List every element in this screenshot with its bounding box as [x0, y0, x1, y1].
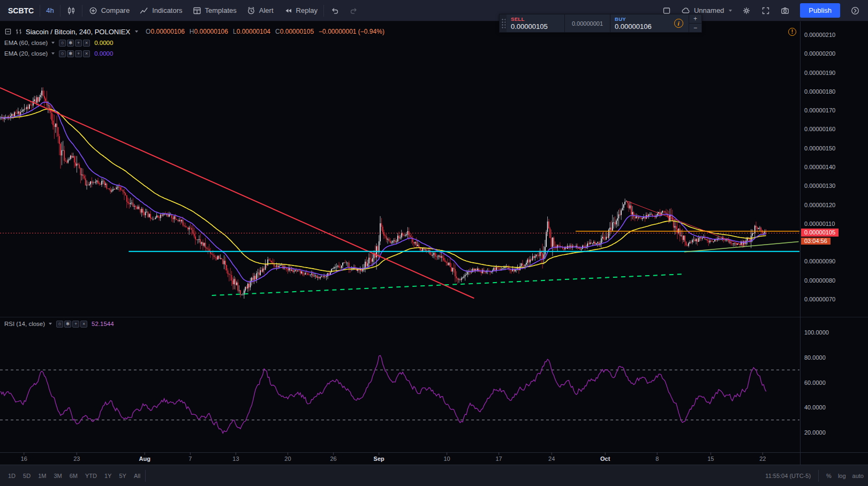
price-axis-label: 0.00000200: [804, 50, 835, 57]
range-button-5y[interactable]: 5Y: [115, 470, 130, 481]
rsi-axis-label: 60.0000: [804, 379, 826, 386]
collapse-legend-icon[interactable]: [4, 28, 12, 35]
ema60-value: 0.0000: [94, 40, 113, 46]
sell-button[interactable]: SELL 0.00000105: [507, 14, 564, 32]
rsi-legend: RSI (14, close) ○✱+× 52.1544: [4, 318, 114, 329]
tradingview-app: SCBTC 4h Compare Indicators Templates Al…: [0, 0, 868, 486]
chevron-down-icon[interactable]: [135, 31, 138, 33]
ema20-line[interactable]: [1, 102, 766, 282]
remove-indicator-icon[interactable]: ×: [80, 321, 87, 328]
interval-button[interactable]: 4h: [41, 3, 58, 18]
add-indicator-icon[interactable]: +: [75, 40, 82, 47]
compare-button[interactable]: Compare: [84, 3, 134, 18]
top-toolbar: SCBTC 4h Compare Indicators Templates Al…: [0, 0, 868, 21]
ohlc-low: L0.00000104: [233, 28, 270, 35]
downtrend-line-oct[interactable]: [627, 201, 745, 247]
indicator-settings-icon[interactable]: ✱: [67, 40, 74, 47]
undo-button[interactable]: [325, 3, 344, 18]
toolbar-separator: [145, 470, 146, 482]
indicator-settings-icon[interactable]: ✱: [67, 50, 74, 57]
quick-menu-button[interactable]: [846, 3, 865, 18]
remove-indicator-icon[interactable]: ×: [83, 50, 90, 57]
time-axis-label: 7: [188, 455, 192, 462]
ema60-line[interactable]: [1, 109, 766, 271]
snapshot-button[interactable]: [775, 3, 795, 18]
range-button-5d[interactable]: 5D: [19, 470, 34, 481]
candles-layer: [0, 87, 766, 299]
data-warning-icon[interactable]: !: [788, 28, 796, 36]
time-axis-label: 15: [707, 455, 714, 462]
fullscreen-icon: [761, 6, 771, 16]
auto-scale-button[interactable]: auto: [852, 473, 864, 479]
range-button-1y[interactable]: 1Y: [101, 470, 115, 481]
order-info-button[interactable]: i: [668, 14, 689, 32]
log-scale-button[interactable]: log: [838, 473, 846, 479]
indicators-button[interactable]: Indicators: [134, 3, 187, 18]
publish-button[interactable]: Publish: [800, 3, 840, 18]
hide-indicator-icon[interactable]: ○: [59, 50, 66, 57]
indicators-label: Indicators: [152, 6, 182, 14]
replay-icon: [283, 6, 293, 16]
chevron-down-icon: [729, 10, 732, 12]
rsi-row[interactable]: RSI (14, close) ○✱+× 52.1544: [4, 318, 114, 329]
percent-scale-button[interactable]: %: [826, 473, 832, 479]
decrease-button[interactable]: −: [689, 23, 701, 32]
bars-style-icon: [15, 28, 22, 35]
ema20-label: EMA (20, close): [4, 50, 48, 57]
rsi-axis-label: 80.0000: [804, 354, 826, 361]
ema60-row[interactable]: EMA (60, close) ○✱+× 0.0000: [4, 37, 384, 48]
hide-indicator-icon[interactable]: ○: [59, 40, 66, 47]
indicators-icon: [139, 6, 149, 16]
ohlc-open: O0.00000106: [146, 28, 185, 35]
ema20-row[interactable]: EMA (20, close) ○✱+× 0.0000: [4, 48, 384, 59]
fullscreen-button[interactable]: [756, 3, 775, 18]
ema20-value: 0.0000: [94, 50, 113, 57]
undo-icon: [330, 6, 339, 16]
replay-button[interactable]: Replay: [278, 3, 322, 18]
range-button-1m[interactable]: 1M: [34, 470, 50, 481]
chevron-down-icon: [51, 42, 55, 44]
chevron-down-icon: [49, 323, 52, 325]
redo-button[interactable]: [344, 3, 364, 18]
clock-label[interactable]: 11:55:04 (UTC-5): [765, 473, 811, 479]
hide-indicator-icon[interactable]: ○: [56, 321, 63, 328]
remove-indicator-icon[interactable]: ×: [83, 40, 90, 47]
bottom-toolbar: 1D5D1M3M6MYTD1Y5YAll 11:55:04 (UTC-5) % …: [0, 465, 868, 486]
alert-clock-icon: [246, 6, 256, 16]
range-button-all[interactable]: All: [130, 470, 144, 481]
downtrend-line-main[interactable]: [0, 88, 474, 298]
chart-properties-button[interactable]: [737, 3, 756, 18]
range-button-3m[interactable]: 3M: [50, 470, 65, 481]
buy-button[interactable]: BUY 0.00000106: [610, 14, 668, 32]
drag-handle[interactable]: [500, 14, 507, 32]
rsi-value: 52.1544: [92, 321, 114, 327]
toolbar-separator: [60, 5, 61, 17]
time-axis-label: Aug: [139, 455, 150, 462]
add-indicator-icon[interactable]: +: [72, 321, 79, 328]
uptrend-line-dashed[interactable]: [212, 274, 684, 295]
price-axis-label: 0.00000080: [804, 277, 835, 284]
chart-canvas[interactable]: 0.000002100.000002000.000001900.00000180…: [0, 21, 868, 465]
increase-button[interactable]: +: [689, 14, 701, 23]
time-axis-label: 8: [655, 455, 659, 462]
rsi-axis-label: 100.0000: [804, 329, 829, 336]
price-axis-label: 0.00000210: [804, 32, 835, 38]
buy-price: 0.00000106: [615, 22, 664, 31]
range-buttons: 1D5D1M3M6MYTD1Y5YAll: [4, 470, 144, 481]
alert-button[interactable]: Alert: [241, 3, 278, 18]
symbol-button[interactable]: SCBTC: [3, 3, 39, 18]
range-button-6m[interactable]: 6M: [66, 470, 81, 481]
rsi-axis-label: 20.0000: [804, 429, 826, 436]
range-button-1d[interactable]: 1D: [4, 470, 19, 481]
symbol-title[interactable]: Siacoin / Bitcoin, 240, POLONIEX: [26, 28, 130, 36]
templates-button[interactable]: Templates: [187, 3, 241, 18]
range-button-ytd[interactable]: YTD: [81, 470, 101, 481]
add-indicator-icon[interactable]: +: [75, 50, 82, 57]
redo-icon: [349, 6, 359, 16]
toolbar-separator: [40, 5, 40, 17]
time-axis-label: 10: [443, 455, 450, 462]
candles-icon: [66, 6, 76, 16]
price-axis-label: 0.00000120: [804, 202, 835, 208]
indicator-settings-icon[interactable]: ✱: [64, 321, 71, 328]
chart-style-button[interactable]: [62, 3, 81, 18]
